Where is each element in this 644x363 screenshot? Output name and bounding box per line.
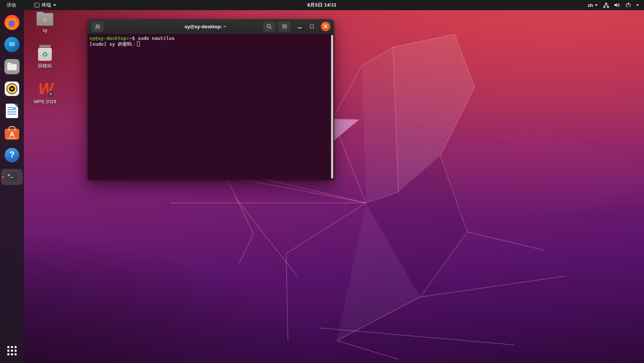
trash-icon: ♻ (38, 45, 52, 61)
dock: ✉ A ? >_ (0, 10, 24, 363)
prompt-user-host: sy@sy-desktop (89, 36, 126, 41)
maximize-icon (310, 25, 314, 28)
dock-item-rhythmbox[interactable] (1, 80, 23, 97)
desktop-icon-trash[interactable]: ♻ 回收站 (28, 45, 62, 69)
running-indicator-dot (2, 176, 4, 178)
clock-label: 8月5日 14∶11 (307, 2, 336, 8)
show-applications-icon (7, 346, 17, 355)
home-folder-icon: ⌂ (37, 13, 53, 26)
power-icon (625, 2, 631, 8)
files-icon (4, 59, 20, 74)
menu-button[interactable] (278, 21, 290, 32)
wps-icon: W ↗ (34, 80, 56, 97)
system-status-area[interactable]: zh (588, 2, 644, 8)
terminal-scrollbar[interactable] (331, 35, 333, 179)
desktop-icon-home-folder[interactable]: ⌂ sy (28, 12, 62, 33)
maximize-button[interactable] (309, 21, 315, 32)
help-icon: ? (5, 148, 19, 162)
terminal-line-password: [sudo] sy 的密码： (89, 41, 329, 47)
terminal-glyph: >_ (8, 172, 13, 178)
minimize-button[interactable] (296, 21, 303, 32)
shortcut-arrow-badge: ↗ (47, 91, 54, 97)
dock-item-firefox[interactable] (1, 14, 23, 30)
dock-item-libreoffice-writer[interactable] (1, 103, 23, 119)
app-menu-label: 终端 (42, 2, 51, 8)
dock-item-files[interactable] (1, 58, 23, 75)
typed-command: sudo nautilus (138, 36, 175, 41)
chevron-down-icon (636, 4, 639, 6)
firefox-icon (4, 15, 20, 30)
new-tab-button[interactable] (91, 21, 104, 32)
desktop-icon-label: WPS 2019 (34, 99, 56, 104)
language-indicator[interactable]: zh (588, 3, 598, 8)
volume-icon (614, 2, 620, 8)
dock-item-help[interactable]: ? (1, 147, 23, 163)
search-button[interactable] (263, 21, 275, 32)
rhythmbox-icon (5, 82, 19, 96)
activities-button[interactable]: 活动 (4, 0, 18, 10)
terminal-window: sy@sy-desktop: ~ (88, 19, 334, 180)
chevron-down-icon (53, 4, 56, 6)
terminal-cursor (137, 41, 140, 46)
clock-button[interactable]: 8月5日 14∶11 (307, 0, 336, 10)
terminal-content[interactable]: sy@sy-desktop:~$sudo nautilus [sudo] sy … (88, 34, 334, 180)
dock-item-terminal[interactable]: >_ (1, 169, 23, 185)
prompt-dollar: $ (132, 36, 135, 41)
terminal-app-icon: >_ (5, 171, 19, 183)
desktop-icon-label: sy (43, 28, 47, 33)
wired-network-icon (603, 2, 609, 8)
show-applications-button[interactable] (1, 342, 23, 359)
dock-item-thunderbird[interactable]: ✉ (1, 36, 23, 53)
window-title: sy@sy-desktop: ~ (184, 19, 226, 34)
help-glyph: ? (9, 150, 14, 160)
app-menu-terminal[interactable]: >_ 终端 (32, 0, 58, 10)
search-icon (266, 24, 272, 29)
minimize-icon (298, 28, 302, 28)
terminal-titlebar[interactable]: sy@sy-desktop: ~ (88, 19, 334, 34)
desktop-icon-label: 回收站 (38, 63, 52, 69)
close-button[interactable] (321, 22, 330, 31)
dock-item-ubuntu-software[interactable]: A (1, 125, 23, 141)
activities-label: 活动 (7, 2, 16, 8)
hamburger-menu-icon (282, 24, 287, 29)
prompt-colon: : (126, 36, 129, 41)
terminal-icon: >_ (34, 3, 39, 8)
terminal-line-command: sy@sy-desktop:~$sudo nautilus (89, 36, 329, 41)
ubuntu-software-icon: A (5, 129, 19, 140)
password-prompt-text: [sudo] sy 的密码： (89, 41, 137, 47)
chevron-down-icon (595, 4, 598, 6)
libreoffice-writer-icon (6, 104, 18, 118)
software-letter: A (9, 130, 14, 138)
close-icon (323, 24, 328, 29)
thunderbird-icon: ✉ (4, 37, 20, 52)
new-tab-icon (95, 24, 101, 30)
language-label: zh (588, 3, 593, 8)
desktop-icon-wps[interactable]: W ↗ WPS 2019 (28, 80, 62, 104)
top-bar: 活动 >_ 终端 8月5日 14∶11 zh (0, 0, 644, 10)
